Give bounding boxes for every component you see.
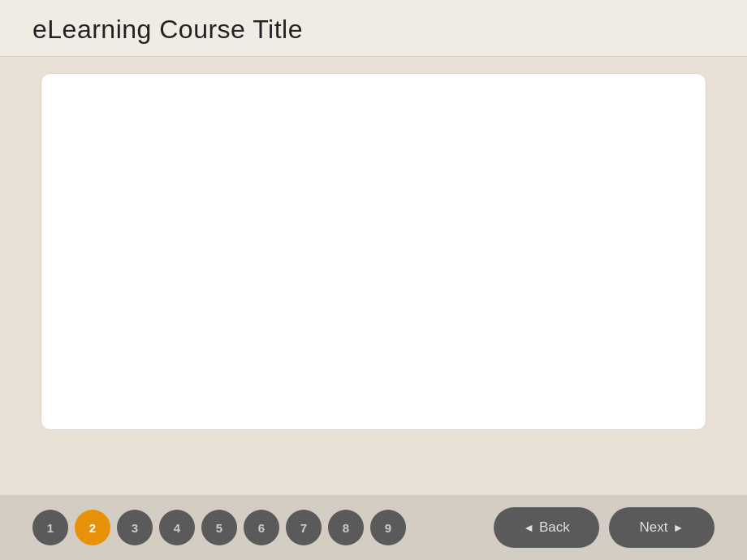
page-numbers: 123456789 xyxy=(32,510,406,545)
next-arrow-icon: ► xyxy=(673,521,684,534)
page-btn-9[interactable]: 9 xyxy=(370,510,406,545)
course-title: eLearning Course Title xyxy=(32,15,715,45)
back-button[interactable]: ◄ Back xyxy=(494,507,599,548)
page-btn-4[interactable]: 4 xyxy=(159,510,195,545)
page-btn-6[interactable]: 6 xyxy=(244,510,279,545)
page-btn-5[interactable]: 5 xyxy=(201,510,237,545)
page-btn-7[interactable]: 7 xyxy=(286,510,322,545)
next-button[interactable]: Next ► xyxy=(609,507,715,548)
footer-nav: 123456789 ◄ Back Next ► xyxy=(0,495,747,560)
page-btn-2[interactable]: 2 xyxy=(75,510,110,545)
next-label: Next xyxy=(640,519,668,536)
content-box xyxy=(41,73,706,430)
page-btn-1[interactable]: 1 xyxy=(32,510,68,545)
nav-buttons: ◄ Back Next ► xyxy=(494,507,715,548)
header: eLearning Course Title xyxy=(0,0,747,57)
page-btn-8[interactable]: 8 xyxy=(328,510,364,545)
back-label: Back xyxy=(539,519,570,536)
back-arrow-icon: ◄ xyxy=(523,521,534,534)
main-content-area xyxy=(0,57,747,438)
page-btn-3[interactable]: 3 xyxy=(117,510,153,545)
